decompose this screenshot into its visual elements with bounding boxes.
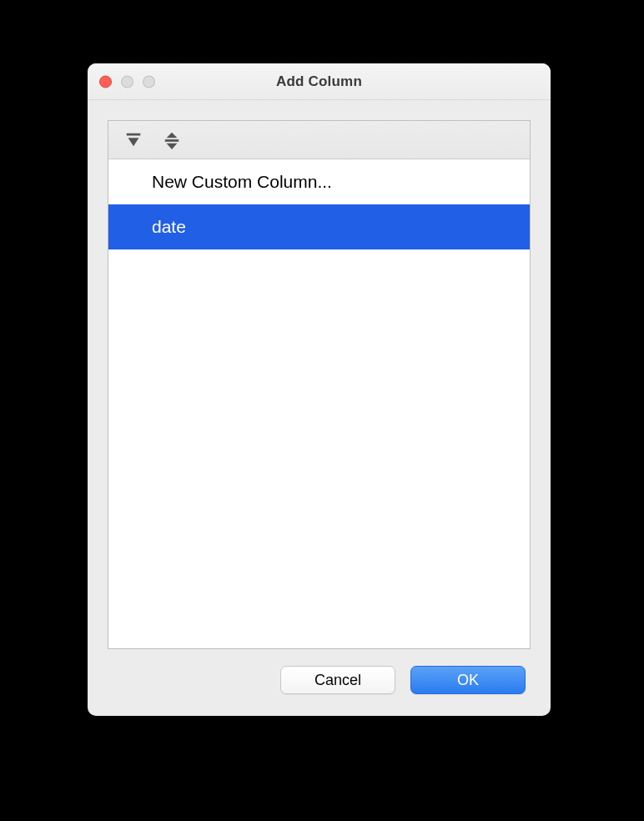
window-controls bbox=[99, 75, 155, 88]
svg-marker-1 bbox=[128, 138, 139, 146]
cancel-button[interactable]: Cancel bbox=[280, 666, 395, 694]
column-list[interactable]: New Custom Column... date bbox=[108, 159, 530, 648]
svg-rect-3 bbox=[165, 139, 179, 142]
list-toolbar bbox=[108, 121, 530, 159]
list-panel: New Custom Column... date bbox=[108, 120, 531, 649]
list-item-label: date bbox=[152, 217, 186, 237]
titlebar: Add Column bbox=[88, 63, 551, 100]
window-title: Add Column bbox=[88, 73, 551, 90]
collapse-icon bbox=[163, 131, 181, 149]
dialog-window: Add Column bbox=[88, 63, 551, 716]
ok-button[interactable]: OK bbox=[410, 666, 526, 694]
svg-marker-2 bbox=[167, 132, 178, 137]
zoom-window-button[interactable] bbox=[143, 75, 155, 88]
dialog-content: New Custom Column... date Cancel OK bbox=[88, 100, 551, 716]
svg-rect-0 bbox=[127, 133, 141, 135]
dialog-footer: Cancel OK bbox=[108, 649, 531, 701]
close-window-button[interactable] bbox=[99, 75, 112, 88]
svg-marker-4 bbox=[167, 143, 178, 149]
list-item-new-custom-column[interactable]: New Custom Column... bbox=[108, 159, 530, 204]
list-item-date[interactable]: date bbox=[108, 204, 530, 249]
minimize-window-button[interactable] bbox=[121, 75, 133, 88]
list-item-label: New Custom Column... bbox=[152, 172, 332, 192]
expand-all-button[interactable] bbox=[123, 130, 143, 150]
expand-icon bbox=[124, 131, 143, 149]
collapse-all-button[interactable] bbox=[162, 130, 182, 150]
